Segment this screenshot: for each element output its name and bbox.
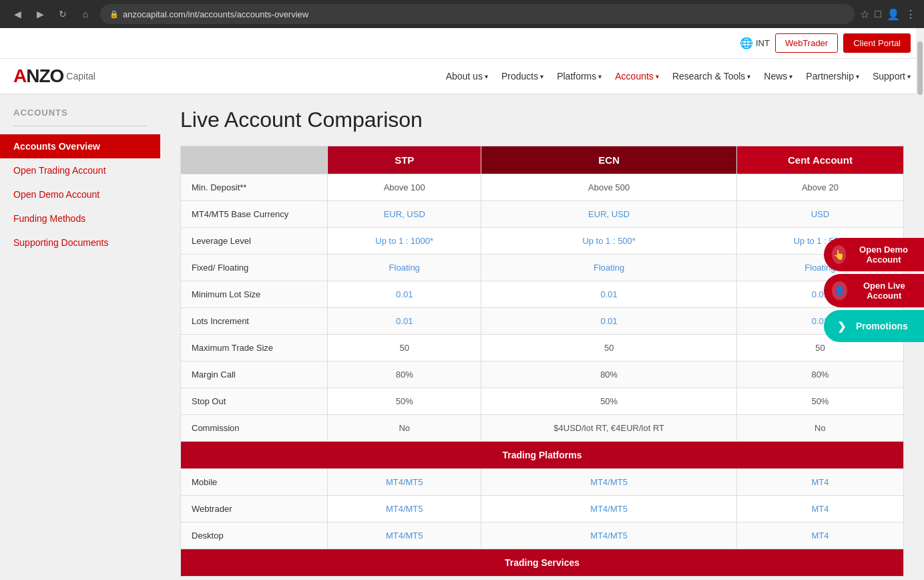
demo-label: Open Demo Account	[851, 245, 916, 265]
scrollbar-thumb[interactable]	[917, 41, 923, 95]
row-ecn: Floating	[481, 255, 736, 281]
row-ecn: Up to 1 : 500*	[481, 228, 736, 255]
nav-accounts[interactable]: Accounts ▾	[615, 71, 659, 82]
row-ecn: MT4/MT5	[481, 523, 736, 549]
table-row: Leverage Level Up to 1 : 1000* Up to 1 :…	[181, 228, 904, 255]
table-row: Mobile MT4/MT5 MT4/MT5 MT4	[181, 469, 904, 496]
floating-promo-button[interactable]: ❯ Promotions	[824, 310, 924, 342]
row-stp: 80%	[328, 361, 481, 388]
section-label: Trading Services	[181, 549, 904, 577]
sidebar-divider	[13, 126, 147, 126]
row-label: Commission	[181, 415, 328, 442]
th-stp: STP	[328, 146, 481, 174]
table-row: Maximum Trade Size 50 50 50	[181, 335, 904, 361]
row-stp: MT4/MT5	[328, 469, 481, 496]
caret-icon: ▾	[485, 73, 488, 80]
row-cent: Above 20	[736, 174, 903, 201]
row-label: Stop Out	[181, 388, 328, 415]
caret-icon: ▾	[540, 73, 543, 80]
row-stp: 0.01	[328, 281, 481, 308]
sidebar-item-open-demo[interactable]: Open Demo Account	[0, 182, 160, 206]
floating-demo-button[interactable]: 👆 Open Demo Account	[824, 238, 924, 271]
url-text: anzocapital.com/int/accounts/accounts-ov…	[123, 9, 308, 19]
page-layout: ACCOUNTS Accounts Overview Open Trading …	[0, 94, 924, 580]
row-ecn: 50%	[481, 388, 736, 415]
caret-icon: ▾	[789, 73, 792, 80]
nav-about[interactable]: About us ▾	[446, 71, 488, 82]
row-stp: EUR, USD	[328, 201, 481, 228]
sidebar-item-accounts-overview[interactable]: Accounts Overview	[0, 134, 160, 158]
row-cent: 80%	[736, 361, 903, 388]
row-stp: 50%	[328, 388, 481, 415]
row-ecn: 80%	[481, 361, 736, 388]
globe-icon: 🌐	[740, 37, 753, 49]
nav-news[interactable]: News ▾	[764, 71, 792, 82]
menu-icon[interactable]: ⋮	[905, 8, 916, 21]
home-button[interactable]: ⌂	[76, 5, 95, 23]
table-header-row: STP ECN Cent Account	[181, 146, 904, 174]
region-label: INT	[756, 38, 770, 48]
row-label: Desktop	[181, 523, 328, 549]
client-portal-button[interactable]: Client Portal	[843, 33, 911, 53]
nav-partnership[interactable]: Partnership ▾	[806, 71, 859, 82]
webtrader-button[interactable]: WebTrader	[775, 33, 838, 53]
demo-icon: 👆	[832, 245, 846, 264]
row-stp: MT4/MT5	[328, 496, 481, 523]
sidebar: ACCOUNTS Accounts Overview Open Trading …	[0, 94, 160, 580]
back-button[interactable]: ◀	[8, 5, 27, 23]
region-selector[interactable]: 🌐 INT	[740, 37, 770, 49]
row-label: Webtrader	[181, 496, 328, 523]
table-row: Margin Call 80% 80% 80%	[181, 361, 904, 388]
row-ecn: 0.01	[481, 281, 736, 308]
table-row: Desktop MT4/MT5 MT4/MT5 MT4	[181, 523, 904, 549]
promo-icon: ❯	[832, 317, 851, 335]
sidebar-item-funding[interactable]: Funding Methods	[0, 206, 160, 231]
th-cent: Cent Account	[736, 146, 903, 174]
comparison-table: STP ECN Cent Account Min. Deposit** Abov…	[180, 146, 904, 577]
sidebar-item-open-trading[interactable]: Open Trading Account	[0, 158, 160, 182]
sidebar-item-documents[interactable]: Supporting Documents	[0, 231, 160, 255]
caret-icon: ▾	[856, 73, 859, 80]
table-row: Stop Out 50% 50% 50%	[181, 388, 904, 415]
nav-support[interactable]: Support ▾	[873, 71, 911, 82]
bookmark-icon[interactable]: ☆	[860, 8, 869, 21]
forward-button[interactable]: ▶	[31, 5, 49, 23]
table-row: Min. Deposit** Above 100 Above 500 Above…	[181, 174, 904, 201]
caret-icon: ▾	[598, 73, 602, 80]
floating-buttons: 👆 Open Demo Account 👤 Open Live Account …	[824, 238, 924, 342]
reload-button[interactable]: ↻	[53, 5, 72, 23]
row-cent: No	[736, 415, 903, 442]
logo[interactable]: ANZO Capital	[13, 65, 95, 87]
row-stp: 50	[328, 335, 481, 361]
extension-icon[interactable]: □	[875, 8, 881, 21]
floating-live-button[interactable]: 👤 Open Live Account	[824, 274, 924, 307]
row-label: Minimum Lot Size	[181, 281, 328, 308]
promo-label: Promotions	[856, 321, 908, 331]
row-stp: Above 100	[328, 174, 481, 201]
live-label: Open Live Account	[853, 281, 916, 301]
row-label: Leverage Level	[181, 228, 328, 255]
nav-platforms[interactable]: Platforms ▾	[557, 71, 602, 82]
row-ecn: 0.01	[481, 308, 736, 335]
section-label: Trading Platforms	[181, 442, 904, 469]
row-ecn: MT4/MT5	[481, 469, 736, 496]
browser-nav-buttons: ◀ ▶ ↻ ⌂	[8, 5, 95, 23]
th-empty	[181, 146, 328, 174]
nav-products[interactable]: Products ▾	[501, 71, 543, 82]
caret-icon: ▾	[907, 73, 911, 80]
top-bar: 🌐 INT WebTrader Client Portal	[0, 28, 924, 59]
caret-icon: ▾	[747, 73, 750, 80]
logo-a: A	[13, 65, 26, 86]
profile-icon[interactable]: 👤	[887, 8, 900, 21]
lock-icon: 🔒	[109, 10, 119, 19]
row-label: MT4/MT5 Base Currency	[181, 201, 328, 228]
address-bar[interactable]: 🔒 anzocapital.com/int/accounts/accounts-…	[100, 4, 855, 24]
nav-research[interactable]: Research & Tools ▾	[672, 71, 750, 82]
table-row: Commission No $4USD/lot RT, €4EUR/lot RT…	[181, 415, 904, 442]
main-nav-links: About us ▾ Products ▾ Platforms ▾ Accoun…	[446, 71, 911, 82]
row-stp: 0.01	[328, 308, 481, 335]
row-stp: Floating	[328, 255, 481, 281]
section-row-trading-platforms: Trading Platforms	[181, 442, 904, 469]
row-ecn: MT4/MT5	[481, 496, 736, 523]
sidebar-heading: ACCOUNTS	[0, 108, 160, 126]
